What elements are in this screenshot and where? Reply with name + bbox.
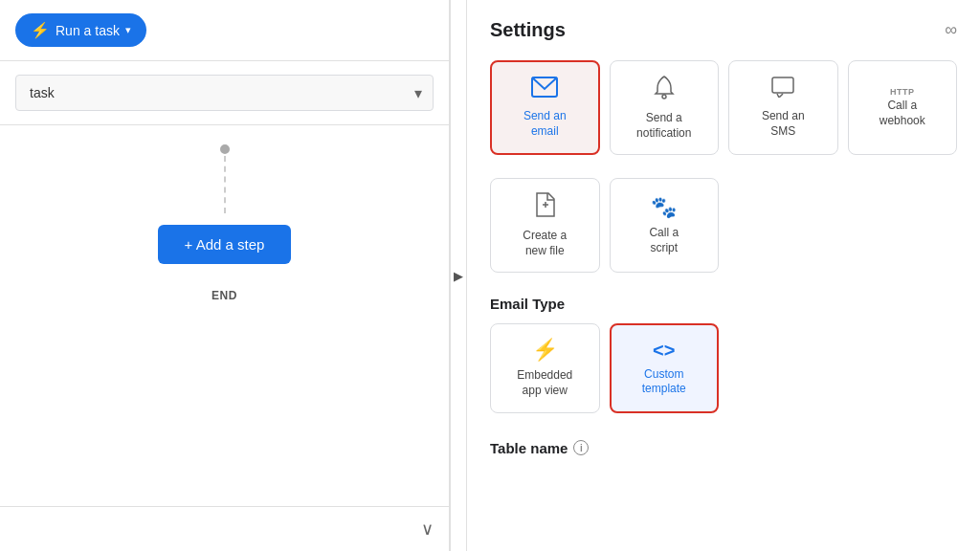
email-type-card-custom[interactable]: <> Customtemplate bbox=[610, 323, 720, 412]
call-webhook-label: Call awebhook bbox=[880, 99, 925, 128]
action-card-send-email[interactable]: Send anemail bbox=[490, 60, 600, 155]
email-type-card-embedded[interactable]: ⚡ Embeddedapp view bbox=[490, 323, 600, 412]
action-grid-row1: Send anemail Send anotification Send anS… bbox=[490, 60, 957, 155]
notification-icon bbox=[654, 75, 675, 105]
create-file-icon bbox=[534, 192, 555, 223]
sms-icon bbox=[771, 77, 794, 103]
action-card-call-script[interactable]: 🐾 Call ascript bbox=[610, 178, 720, 273]
add-step-button[interactable]: + Add a step bbox=[158, 225, 292, 264]
action-grid-row2: Create anew file 🐾 Call ascript bbox=[490, 178, 957, 273]
settings-title: Settings bbox=[490, 19, 566, 41]
lightning-icon: ⚡ bbox=[31, 21, 50, 39]
task-select-wrapper: task bbox=[15, 75, 434, 111]
svg-point-1 bbox=[662, 95, 666, 99]
settings-header: Settings ∞ bbox=[490, 19, 957, 41]
run-task-button[interactable]: ⚡ Run a task ▾ bbox=[15, 13, 146, 47]
task-select-container: task bbox=[0, 61, 449, 125]
panel-arrow-icon: ▶ bbox=[454, 269, 463, 283]
action-card-create-file[interactable]: Create anew file bbox=[490, 178, 600, 273]
link-icon[interactable]: ∞ bbox=[945, 20, 957, 40]
top-bar: ⚡ Run a task ▾ bbox=[0, 0, 449, 61]
bottom-bar: ∨ bbox=[0, 506, 449, 551]
embedded-icon: ⚡ bbox=[532, 338, 558, 363]
left-panel: ⚡ Run a task ▾ task + Add a step END ∨ bbox=[0, 0, 450, 551]
send-email-label: Send anemail bbox=[523, 109, 567, 139]
chevron-down-icon[interactable]: ∨ bbox=[421, 518, 434, 540]
email-type-section: Email Type ⚡ Embeddedapp view <> Customt… bbox=[490, 296, 957, 412]
action-card-send-notification[interactable]: Send anotification bbox=[610, 60, 720, 155]
create-file-label: Create anew file bbox=[523, 229, 567, 258]
run-task-label: Run a task bbox=[56, 23, 120, 38]
call-script-label: Call ascript bbox=[649, 226, 679, 255]
caret-icon: ▾ bbox=[125, 24, 131, 36]
empty-slot-3 bbox=[728, 178, 838, 273]
table-name-section: Table name i bbox=[490, 440, 957, 456]
task-select[interactable]: task bbox=[15, 75, 434, 111]
custom-template-label: Customtemplate bbox=[642, 367, 686, 397]
empty-slot-4 bbox=[848, 178, 958, 273]
info-icon[interactable]: i bbox=[573, 440, 589, 455]
email-type-title: Email Type bbox=[490, 296, 957, 312]
call-script-icon: 🐾 bbox=[651, 195, 677, 220]
add-step-label: + Add a step bbox=[185, 236, 265, 253]
email-icon bbox=[531, 77, 558, 103]
right-panel: Settings ∞ Send anemail Sen bbox=[467, 0, 980, 551]
end-label: END bbox=[212, 289, 237, 302]
email-type-empty-4 bbox=[848, 323, 958, 412]
custom-template-icon: <> bbox=[653, 340, 675, 362]
send-sms-label: Send anSMS bbox=[762, 109, 805, 139]
flow-start-dot bbox=[220, 144, 230, 154]
email-type-grid: ⚡ Embeddedapp view <> Customtemplate bbox=[490, 323, 957, 412]
flow-dashed-line bbox=[224, 156, 226, 213]
send-notification-label: Send anotification bbox=[636, 111, 691, 141]
action-card-call-webhook[interactable]: HTTP Call awebhook bbox=[848, 60, 958, 155]
table-name-label: Table name i bbox=[490, 440, 957, 456]
embedded-label: Embeddedapp view bbox=[517, 368, 572, 398]
svg-rect-2 bbox=[772, 77, 793, 93]
link-icon-symbol: ∞ bbox=[945, 20, 957, 40]
email-type-empty-3 bbox=[728, 323, 838, 412]
flow-area: + Add a step END bbox=[0, 125, 449, 506]
http-label: HTTP bbox=[890, 87, 915, 97]
action-card-send-sms[interactable]: Send anSMS bbox=[728, 60, 838, 155]
